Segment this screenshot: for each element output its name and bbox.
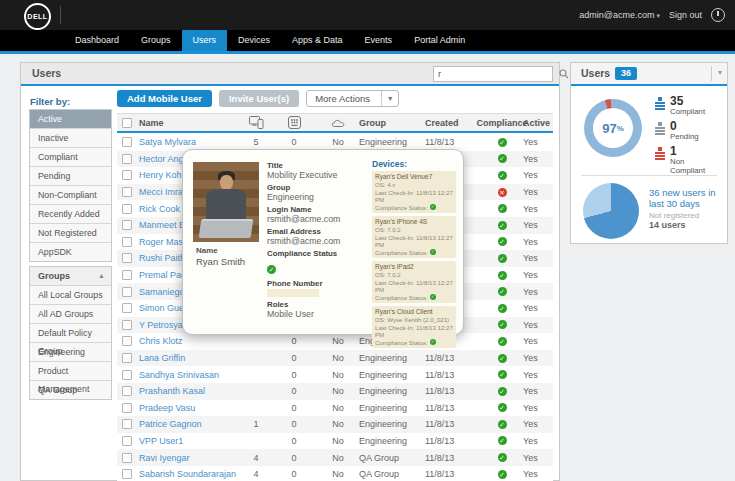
row-checkbox[interactable]: [122, 436, 132, 446]
account-menu[interactable]: admin@acme.com▾: [579, 10, 660, 20]
row-checkbox[interactable]: [122, 204, 132, 214]
user-name-link[interactable]: Pradeep Vasu: [139, 403, 195, 413]
compliant-status-icon: ✓: [498, 171, 507, 180]
user-name-link[interactable]: Satya Mylvara: [139, 137, 196, 147]
add-mobile-user-button[interactable]: Add Mobile User: [117, 90, 212, 107]
groups-section-header[interactable]: Groups ▲: [30, 267, 111, 286]
devices-column-icon: [241, 116, 271, 129]
group-item-qa-group[interactable]: QA Group: [30, 381, 111, 399]
row-checkbox[interactable]: [122, 303, 132, 313]
row-checkbox[interactable]: [122, 386, 132, 396]
user-name-link[interactable]: Henry Koh: [139, 170, 182, 180]
user-name-link[interactable]: Sabarish Soundararajan: [139, 469, 236, 479]
new-users-text: 36 new users in last 30 days Not registe…: [649, 187, 721, 230]
filter-item-appsdk[interactable]: AppSDK: [30, 243, 111, 261]
filter-item-compliant[interactable]: Compliant: [30, 148, 111, 167]
row-checkbox[interactable]: [122, 469, 132, 479]
nav-tab-portal-admin[interactable]: Portal Admin: [403, 30, 476, 51]
filter-item-not-registered[interactable]: Not Registered: [30, 224, 111, 243]
table-row: Ravi Iyengar40NoQA Group11/8/13✓Yes: [117, 449, 553, 466]
group-item-engineering[interactable]: Engineering: [30, 343, 111, 362]
power-icon[interactable]: [711, 8, 725, 22]
compliance-donut-chart: 97%: [584, 99, 642, 157]
row-checkbox[interactable]: [122, 237, 132, 247]
active-cell: Yes: [523, 287, 553, 297]
row-checkbox[interactable]: [122, 336, 132, 346]
user-name-link[interactable]: Rick Cook: [139, 204, 180, 214]
compliant-status-icon: ✓: [498, 354, 507, 363]
compliant-status-icon: ✓: [498, 221, 507, 230]
search-icon[interactable]: [559, 69, 569, 79]
group-cell: Engineering: [359, 353, 425, 363]
active-cell: Yes: [523, 170, 553, 180]
row-checkbox[interactable]: [122, 403, 132, 413]
user-name-link[interactable]: Chris Klotz: [139, 336, 183, 346]
row-checkbox[interactable]: [122, 419, 132, 429]
row-checkbox[interactable]: [122, 220, 132, 230]
row-checkbox[interactable]: [122, 170, 132, 180]
new-users-headline: 36 new users in last 30 days: [649, 187, 721, 209]
row-checkbox[interactable]: [122, 453, 132, 463]
stats-title: Users: [581, 67, 610, 79]
cloud-cell: No: [317, 403, 359, 413]
device-count-cell: 1: [241, 419, 271, 429]
column-header-group[interactable]: Group: [359, 118, 425, 128]
row-checkbox[interactable]: [122, 137, 132, 147]
search-box: [433, 66, 553, 82]
search-input[interactable]: [434, 69, 559, 79]
nav-tab-events[interactable]: Events: [354, 30, 404, 51]
filter-item-active[interactable]: Active: [30, 110, 111, 129]
nav-tab-groups[interactable]: Groups: [130, 30, 182, 51]
device-compliance-status: Compliance Status:✓: [375, 249, 453, 257]
row-checkbox[interactable]: [122, 253, 132, 263]
user-name-link[interactable]: Lana Griffin: [139, 353, 185, 363]
group-item-all-ad-groups[interactable]: All AD Groups: [30, 305, 111, 324]
filter-item-pending[interactable]: Pending: [30, 167, 111, 186]
row-checkbox[interactable]: [122, 187, 132, 197]
active-cell: Yes: [523, 253, 553, 263]
filter-item-recently-added[interactable]: Recently Added: [30, 205, 111, 224]
user-name-link[interactable]: Ravi Iyengar: [139, 453, 190, 463]
column-header-created[interactable]: Created: [425, 118, 481, 128]
user-name-link[interactable]: Sandhya Srinivasan: [139, 370, 219, 380]
field-label: Compliance Status: [267, 249, 367, 258]
nav-tab-dashboard[interactable]: Dashboard: [64, 30, 130, 51]
nav-tab-devices[interactable]: Devices: [227, 30, 281, 51]
user-name-link[interactable]: Prashanth Kasal: [139, 386, 205, 396]
row-checkbox[interactable]: [122, 154, 132, 164]
column-header-compliance[interactable]: Compliance: [481, 118, 523, 128]
user-name-link[interactable]: VPP User1: [139, 436, 183, 446]
filter-list: ActiveInactiveCompliantPendingNon-Compli…: [29, 109, 112, 262]
user-name-link[interactable]: Y Petrosyan: [139, 320, 188, 330]
collapse-panel-control[interactable]: ▾: [711, 66, 722, 81]
field-label: Roles: [267, 300, 367, 309]
compliant-status-icon: ✓: [267, 265, 276, 274]
group-item-default-policy-group[interactable]: Default Policy Group: [30, 324, 111, 343]
select-all-checkbox[interactable]: [122, 118, 132, 128]
nav-tab-apps-data[interactable]: Apps & Data: [281, 30, 354, 51]
user-name-link[interactable]: Patrice Gagnon: [139, 419, 202, 429]
filter-item-inactive[interactable]: Inactive: [30, 129, 111, 148]
group-item-product-management[interactable]: Product Management: [30, 362, 111, 381]
filter-item-non-compliant[interactable]: Non-Compliant: [30, 186, 111, 205]
device-name: Ryan's Dell Venue7: [375, 173, 453, 181]
active-cell: Yes: [523, 237, 553, 247]
nav-tab-users[interactable]: Users: [182, 30, 228, 51]
status-label: Compliance Status:: [375, 339, 428, 347]
invite-users-button[interactable]: Invite User(s): [219, 90, 299, 107]
account-email[interactable]: admin@acme.com: [579, 10, 654, 20]
popup-field-login-name: Login Namersmith@acme.com: [267, 205, 367, 224]
row-checkbox[interactable]: [122, 353, 132, 363]
more-actions-dropdown[interactable]: More Actions ▼: [306, 90, 399, 107]
row-checkbox[interactable]: [122, 287, 132, 297]
field-value: rsmith@acme.com: [267, 236, 367, 246]
column-header-active[interactable]: Active: [523, 118, 553, 128]
row-checkbox[interactable]: [122, 270, 132, 280]
row-checkbox[interactable]: [122, 370, 132, 380]
column-header-name[interactable]: Name: [137, 118, 241, 128]
sign-out-link[interactable]: Sign out: [669, 10, 702, 20]
row-checkbox[interactable]: [122, 320, 132, 330]
table-row: Lana Griffin0NoEngineering11/8/13✓Yes: [117, 350, 553, 367]
user-name-link[interactable]: Mecci Imran: [139, 187, 188, 197]
group-item-all-local-groups[interactable]: All Local Groups: [30, 286, 111, 305]
